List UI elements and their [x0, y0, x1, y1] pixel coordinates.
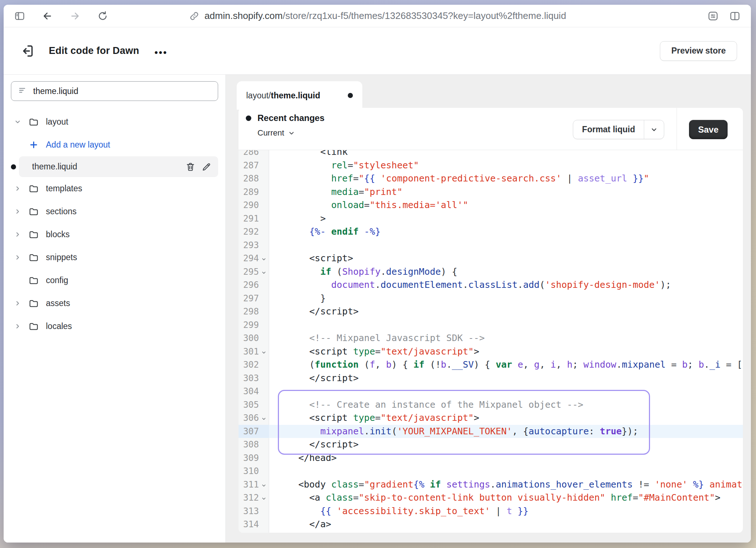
code-line-301[interactable]: 301 <script type="text/javascript"> — [239, 345, 743, 359]
code-text[interactable]: </head> — [269, 451, 743, 465]
address-bar[interactable]: admin.shopify.com/store/rzq1xu-f5/themes… — [188, 5, 566, 27]
sidebar-item-sections[interactable]: sections — [4, 200, 225, 223]
tab-layout-theme-liquid[interactable]: layout/theme.liquid — [237, 81, 362, 110]
code-text[interactable]: <script type="text/javascript"> — [269, 345, 743, 359]
code-line-312[interactable]: 312 <a class="skip-to-content-link butto… — [239, 491, 743, 505]
line-number[interactable]: 313 — [239, 505, 269, 518]
code-text[interactable]: document.documentElement.classList.add('… — [269, 278, 743, 292]
code-text[interactable] — [269, 385, 743, 398]
code-line-295[interactable]: 295 if (Shopify.designMode) { — [239, 265, 743, 279]
code-line-306[interactable]: 306 <script type="text/javascript"> — [239, 411, 743, 425]
line-number[interactable]: 304 — [239, 385, 269, 398]
code-line-297[interactable]: 297 } — [239, 292, 743, 305]
line-number[interactable]: 311 — [239, 478, 269, 492]
code-line-287[interactable]: 287 rel="stylesheet" — [239, 159, 743, 172]
code-line-314[interactable]: 314 </a> — [239, 518, 743, 531]
line-number[interactable]: 295 — [239, 265, 269, 279]
code-text[interactable]: </script> — [269, 438, 743, 451]
code-text[interactable]: <script> — [269, 252, 743, 265]
code-text[interactable]: <script type="text/javascript"> — [269, 411, 743, 425]
code-text[interactable] — [269, 318, 743, 332]
chevron-right-icon[interactable] — [15, 231, 24, 238]
line-number[interactable]: 296 — [239, 278, 269, 292]
code-line-292[interactable]: 292 {%- endif -%} — [239, 225, 743, 239]
chevron-down-icon[interactable] — [644, 120, 664, 139]
code-text[interactable]: } — [269, 292, 743, 305]
code-line-307[interactable]: 307 mixpanel.init('YOUR_MIXPANEL_TOKEN',… — [239, 425, 743, 438]
sidebar-item-templates[interactable]: templates — [4, 177, 225, 200]
code-text[interactable]: <!-- Mixpanel Javascript SDK --> — [269, 332, 743, 345]
line-number[interactable]: 299 — [239, 318, 269, 332]
split-view-icon[interactable] — [729, 10, 741, 22]
chevron-down-icon[interactable] — [15, 119, 24, 125]
code-text[interactable]: > — [269, 212, 743, 226]
reload-icon[interactable] — [97, 10, 109, 22]
code-line-299[interactable]: 299 — [239, 318, 743, 332]
sidebar-item-layout[interactable]: layout — [4, 110, 225, 133]
line-number[interactable]: 308 — [239, 438, 269, 451]
line-number[interactable]: 288 — [239, 172, 269, 185]
fold-toggle-icon[interactable] — [259, 265, 268, 279]
code-line-305[interactable]: 305 <!-- Create an instance of the Mixpa… — [239, 398, 743, 412]
line-number[interactable]: 298 — [239, 305, 269, 318]
sidebar-item-blocks[interactable]: blocks — [4, 223, 225, 246]
code-text[interactable] — [269, 465, 743, 478]
code-line-309[interactable]: 309 </head> — [239, 451, 743, 465]
exit-icon[interactable] — [20, 43, 36, 59]
code-line-302[interactable]: 302 (function (f, b) { if (!b.__SV) { va… — [239, 358, 743, 372]
sidebar-item-assets[interactable]: assets — [4, 292, 225, 315]
version-selector[interactable]: Current — [257, 128, 324, 138]
chevron-right-icon[interactable] — [15, 254, 24, 261]
code-text[interactable]: <link — [269, 150, 743, 159]
pencil-icon[interactable] — [201, 162, 212, 172]
code-text[interactable]: </a> — [269, 518, 743, 531]
sidebar-toggle-icon[interactable] — [14, 10, 25, 22]
line-number[interactable]: 307 — [239, 425, 269, 438]
line-number[interactable]: 305 — [239, 398, 269, 412]
fold-toggle-icon[interactable] — [259, 345, 268, 359]
chevron-right-icon[interactable] — [15, 208, 24, 215]
fold-toggle-icon[interactable] — [259, 252, 268, 265]
line-number[interactable]: 287 — [239, 159, 269, 172]
back-arrow-icon[interactable] — [42, 10, 53, 22]
code-text[interactable]: {{ 'accessibility.skip_to_text' | t }} — [269, 505, 743, 518]
line-number[interactable]: 294 — [239, 252, 269, 265]
code-text[interactable]: <body class="gradient{% if settings.anim… — [269, 478, 743, 492]
code-text[interactable]: </script> — [269, 372, 743, 385]
page-settings-icon[interactable] — [707, 10, 719, 22]
code-text[interactable] — [269, 239, 743, 252]
code-line-310[interactable]: 310 — [239, 465, 743, 478]
line-number[interactable]: 300 — [239, 332, 269, 345]
line-number[interactable]: 293 — [239, 239, 269, 252]
line-number[interactable]: 291 — [239, 212, 269, 226]
code-text[interactable]: <a class="skip-to-content-link button vi… — [269, 491, 743, 505]
line-number[interactable]: 289 — [239, 185, 269, 199]
code-line-300[interactable]: 300 <!-- Mixpanel Javascript SDK --> — [239, 332, 743, 345]
line-number[interactable]: 301 — [239, 345, 269, 359]
format-liquid-button[interactable]: Format liquid — [573, 120, 664, 139]
trash-icon[interactable] — [185, 162, 196, 172]
sidebar-item-config[interactable]: config — [4, 269, 225, 292]
line-number[interactable]: 290 — [239, 199, 269, 212]
code-line-313[interactable]: 313 {{ 'accessibility.skip_to_text' | t … — [239, 505, 743, 518]
code-line-298[interactable]: 298 </script> — [239, 305, 743, 318]
code-line-303[interactable]: 303 </script> — [239, 372, 743, 385]
code-text[interactable]: href="{{ 'component-predictive-search.cs… — [269, 172, 743, 185]
code-text[interactable]: </script> — [269, 305, 743, 318]
sidebar-item-locales[interactable]: locales — [4, 315, 225, 338]
code-line-290[interactable]: 290 onload="this.media='all'" — [239, 199, 743, 212]
save-button[interactable]: Save — [689, 120, 728, 139]
fold-toggle-icon[interactable] — [259, 478, 268, 492]
more-menu-icon[interactable]: ••• — [154, 45, 168, 57]
code-line-311[interactable]: 311 <body class="gradient{% if settings.… — [239, 478, 743, 492]
code-line-293[interactable]: 293 — [239, 239, 743, 252]
line-number[interactable]: 302 — [239, 358, 269, 372]
code-text[interactable]: <!-- Create an instance of the Mixpanel … — [269, 398, 743, 412]
code-text[interactable]: {%- endif -%} — [269, 225, 743, 239]
code-line-304[interactable]: 304 — [239, 385, 743, 398]
code-text[interactable]: if (Shopify.designMode) { — [269, 265, 743, 279]
add-new-layout-button[interactable]: Add a new layout — [4, 133, 225, 156]
code-line-286[interactable]: 286 <link — [239, 150, 743, 159]
code-line-288[interactable]: 288 href="{{ 'component-predictive-searc… — [239, 172, 743, 185]
code-line-289[interactable]: 289 media="print" — [239, 185, 743, 199]
